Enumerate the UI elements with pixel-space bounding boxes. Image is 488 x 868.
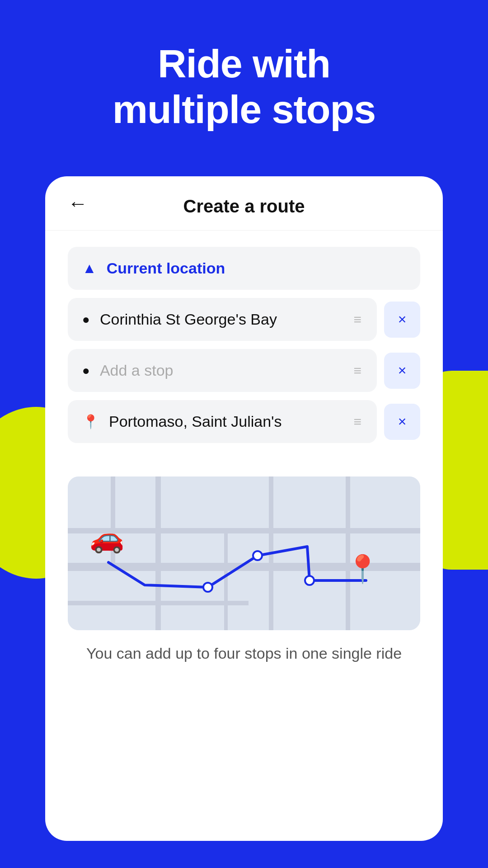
svg-point-8 [203,583,212,592]
current-location-text: Current location [107,259,406,277]
stop-2-close-icon: × [398,362,407,379]
stop-2-drag-handle[interactable]: ≡ [353,363,362,378]
destination-row: 📍 Portomaso, Saint Julian's ≡ × [68,400,420,443]
stop-1-remove-button[interactable]: × [384,302,420,338]
destination-close-icon: × [398,413,407,430]
route-form: ▲ Current location ● Corinthia St George… [45,231,443,467]
stop-1-close-icon: × [398,311,407,328]
stop-1-drag-handle[interactable]: ≡ [353,312,362,327]
footer-text: You can add up to four stops in one sing… [45,643,443,665]
map-background: 🚗 📍 [68,476,420,630]
destination-input[interactable]: 📍 Portomaso, Saint Julian's ≡ [68,400,377,443]
svg-point-10 [305,576,314,585]
destination-text: Portomaso, Saint Julian's [109,413,343,430]
svg-point-9 [253,551,262,560]
destination-pin-icon: 📍 [82,414,99,429]
header-line2: multiple stops [113,87,376,132]
location-arrow-icon: ▲ [82,260,97,277]
destination-map-pin: 📍 [346,553,380,585]
main-card: ← Create a route ▲ Current location ● Co… [45,176,443,841]
stop-1-row: ● Corinthia St George's Bay ≡ × [68,298,420,341]
current-location-input[interactable]: ▲ Current location [68,247,420,290]
header-line1: Ride with [158,41,330,86]
stop-2-remove-button[interactable]: × [384,353,420,389]
map-preview: 🚗 📍 [68,476,420,630]
card-header: ← Create a route [45,176,443,231]
stop-2-input[interactable]: ● Add a stop ≡ [68,349,377,392]
back-button[interactable]: ← [68,193,88,213]
car-icon: 🚗 [89,522,124,554]
stop-1-dot-icon: ● [82,312,90,327]
destination-remove-button[interactable]: × [384,404,420,440]
card-title: Create a route [183,196,305,217]
current-location-row: ▲ Current location [68,247,420,290]
stop-2-dot-icon: ● [82,363,90,378]
stop-1-input[interactable]: ● Corinthia St George's Bay ≡ [68,298,377,341]
stop-2-row: ● Add a stop ≡ × [68,349,420,392]
app-header: Ride with multiple stops [0,41,488,132]
stop-2-text: Add a stop [100,362,344,379]
destination-drag-handle[interactable]: ≡ [353,414,362,429]
stop-1-text: Corinthia St George's Bay [100,311,344,328]
